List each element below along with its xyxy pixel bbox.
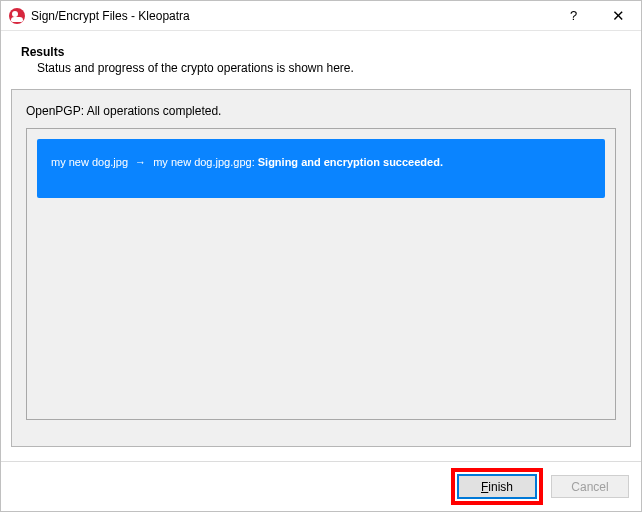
finish-highlight: Finish bbox=[451, 468, 543, 505]
status-summary: OpenPGP: All operations completed. bbox=[26, 104, 616, 118]
content-header: Results Status and progress of the crypt… bbox=[1, 31, 641, 75]
titlebar: Sign/Encrypt Files - Kleopatra ? ✕ bbox=[1, 1, 641, 31]
result-banner: my new dog.jpg → my new dog.jpg.gpg: Sig… bbox=[37, 139, 605, 198]
output-file: my new dog.jpg.gpg bbox=[153, 156, 251, 168]
titlebar-buttons: ? ✕ bbox=[551, 1, 641, 30]
dialog-footer: Finish Cancel bbox=[1, 461, 641, 511]
help-button[interactable]: ? bbox=[551, 1, 596, 30]
results-description: Status and progress of the crypto operat… bbox=[37, 61, 621, 75]
main-panel: OpenPGP: All operations completed. my ne… bbox=[11, 89, 631, 447]
cancel-button: Cancel bbox=[551, 475, 629, 498]
input-file: my new dog.jpg bbox=[51, 156, 128, 168]
results-heading: Results bbox=[21, 45, 621, 59]
window-title: Sign/Encrypt Files - Kleopatra bbox=[31, 9, 551, 23]
arrow-icon: → bbox=[135, 156, 146, 168]
finish-button[interactable]: Finish bbox=[458, 475, 536, 498]
close-button[interactable]: ✕ bbox=[596, 1, 641, 30]
finish-rest: inish bbox=[488, 480, 513, 494]
app-icon bbox=[9, 8, 25, 24]
operation-message: Signing and encryption succeeded. bbox=[258, 156, 443, 168]
window-body: Results Status and progress of the crypt… bbox=[1, 31, 641, 511]
results-box: my new dog.jpg → my new dog.jpg.gpg: Sig… bbox=[26, 128, 616, 420]
